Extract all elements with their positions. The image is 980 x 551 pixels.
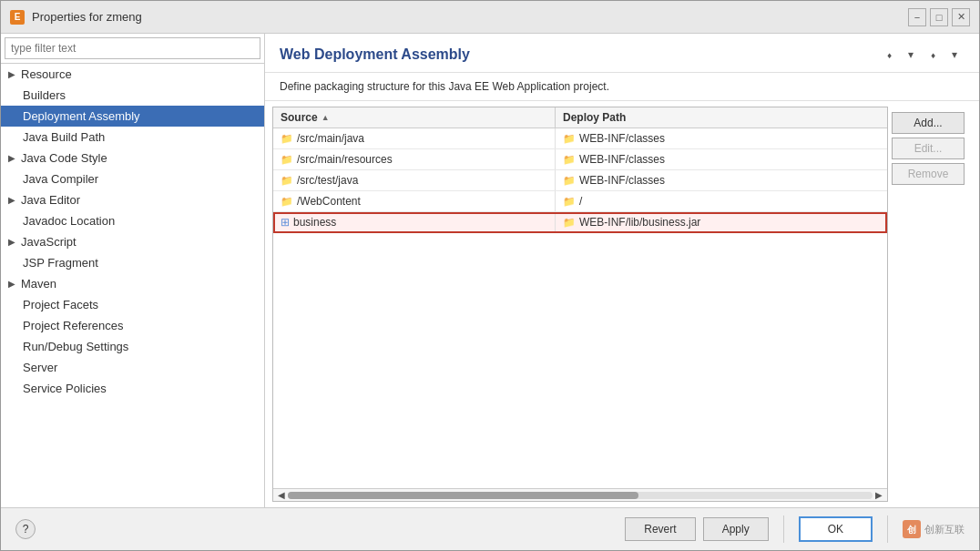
table-area: Source ▲ Deploy Path 📁/src/main/java📁WEB…: [265, 101, 979, 507]
sidebar-item-label: Deployment Assembly: [23, 109, 140, 123]
table-cell-deploy: 📁/: [556, 191, 887, 211]
scrollbar-track[interactable]: [288, 492, 873, 499]
side-buttons: Add... Edit... Remove: [888, 107, 972, 507]
sidebar-item-javadoc-location[interactable]: Javadoc Location: [1, 210, 264, 231]
main-content: ▶ResourceBuildersDeployment AssemblyJava…: [1, 34, 979, 507]
filter-input[interactable]: [5, 37, 260, 59]
sidebar-item-run-debug-settings[interactable]: Run/Debug Settings: [1, 336, 264, 357]
sidebar-item-server[interactable]: Server: [1, 357, 264, 378]
table-row[interactable]: 📁/src/test/java📁WEB-INF/classes: [273, 170, 887, 191]
expand-arrow-icon: ▶: [8, 69, 15, 79]
title-bar-controls: − □ ✕: [908, 8, 970, 26]
sidebar-item-resource[interactable]: ▶Resource: [1, 64, 264, 85]
expand-arrow-icon: ▶: [8, 237, 15, 247]
sidebar-item-project-references[interactable]: Project References: [1, 315, 264, 336]
right-title: Web Deployment Assembly: [280, 46, 470, 63]
add-button[interactable]: Add...: [892, 112, 965, 134]
sidebar-item-deployment-assembly[interactable]: Deployment Assembly: [1, 106, 264, 127]
watermark-icon: 创: [903, 520, 921, 538]
table-row[interactable]: ⊞business📁WEB-INF/lib/business.jar: [273, 212, 887, 233]
source-text: /src/main/java: [297, 132, 364, 145]
sort-arrow-icon: ▲: [322, 113, 330, 122]
sidebar-item-builders[interactable]: Builders: [1, 85, 264, 106]
edit-button[interactable]: Edit...: [892, 138, 965, 159]
table-cell-deploy: 📁WEB-INF/lib/business.jar: [556, 212, 887, 232]
folder-icon: ⊞: [281, 216, 290, 229]
deploy-folder-icon: 📁: [563, 175, 576, 187]
sidebar-item-service-policies[interactable]: Service Policies: [1, 378, 264, 399]
sidebar-item-label: Project Facets: [23, 298, 98, 311]
sidebar-item-label: Java Editor: [21, 193, 80, 207]
table-cell-source: 📁/src/main/java: [273, 128, 556, 148]
sidebar-item-project-facets[interactable]: Project Facets: [1, 294, 264, 315]
scroll-left-icon[interactable]: ◀: [275, 489, 288, 502]
col-header-source: Source ▲: [273, 107, 556, 128]
apply-button[interactable]: Apply: [703, 517, 769, 541]
toolbar-dropdown2-button[interactable]: ▾: [944, 45, 965, 65]
revert-button[interactable]: Revert: [625, 517, 695, 541]
sidebar-item-label: Java Code Style: [21, 151, 107, 165]
table-row[interactable]: 📁/src/main/resources📁WEB-INF/classes: [273, 149, 887, 170]
right-toolbar: ⬧ ▾ ⬧ ▾: [879, 45, 965, 65]
right-panel: Web Deployment Assembly ⬧ ▾ ⬧ ▾ Define p…: [265, 34, 979, 507]
table-header: Source ▲ Deploy Path: [273, 107, 887, 128]
window-title: Properties for zmeng: [32, 10, 142, 24]
scroll-right-icon[interactable]: ▶: [873, 489, 885, 502]
deploy-text: WEB-INF/classes: [579, 132, 665, 145]
sidebar-item-label: JavaScript: [21, 235, 77, 249]
sidebar-item-java-compiler[interactable]: Java Compiler: [1, 168, 264, 189]
sidebar-item-label: JSP Fragment: [23, 256, 98, 270]
toolbar-forward-button[interactable]: ⬧: [923, 45, 943, 65]
right-header: Web Deployment Assembly ⬧ ▾ ⬧ ▾: [265, 34, 979, 73]
sidebar-item-java-code-style[interactable]: ▶Java Code Style: [1, 148, 264, 168]
sidebar-item-label: Java Compiler: [23, 172, 98, 186]
remove-button[interactable]: Remove: [892, 163, 965, 185]
col-header-deploy: Deploy Path: [556, 107, 887, 128]
left-panel: ▶ResourceBuildersDeployment AssemblyJava…: [1, 34, 265, 507]
title-bar-left: E Properties for zmeng: [10, 10, 142, 25]
deploy-folder-icon: 📁: [563, 217, 576, 229]
filter-box: [1, 34, 264, 64]
svg-text:创: 创: [906, 525, 916, 535]
deploy-folder-icon: 📁: [563, 133, 576, 145]
source-text: business: [293, 216, 336, 229]
minimize-button[interactable]: −: [908, 8, 926, 26]
deploy-text: WEB-INF/lib/business.jar: [579, 216, 700, 229]
table-cell-source: 📁/src/test/java: [273, 170, 556, 190]
source-text: /src/test/java: [297, 174, 358, 187]
table-cell-deploy: 📁WEB-INF/classes: [556, 170, 887, 190]
toolbar-dropdown-button[interactable]: ▾: [901, 45, 921, 65]
sidebar-item-label: Maven: [21, 277, 56, 291]
deploy-folder-icon: 📁: [563, 154, 576, 166]
table-row[interactable]: 📁/WebContent📁/: [273, 191, 887, 212]
expand-arrow-icon: ▶: [8, 153, 15, 163]
description-text: Define packaging structure for this Java…: [265, 73, 979, 101]
bottom-bar: ? Revert Apply OK 创 创新互联: [1, 507, 979, 550]
table-cell-deploy: 📁WEB-INF/classes: [556, 149, 887, 169]
table-row[interactable]: 📁/src/main/java📁WEB-INF/classes: [273, 128, 887, 149]
nav-list: ▶ResourceBuildersDeployment AssemblyJava…: [1, 64, 264, 507]
table-cell-deploy: 📁WEB-INF/classes: [556, 128, 887, 148]
table-cell-source: 📁/WebContent: [273, 191, 556, 211]
deploy-text: /: [579, 195, 582, 208]
folder-icon: 📁: [281, 154, 293, 166]
folder-icon: 📁: [281, 175, 293, 187]
maximize-button[interactable]: □: [930, 8, 948, 26]
sidebar-item-jsp-fragment[interactable]: JSP Fragment: [1, 252, 264, 273]
source-text: /WebContent: [297, 195, 361, 208]
ok-button[interactable]: OK: [799, 516, 873, 542]
help-button[interactable]: ?: [15, 519, 36, 539]
sidebar-item-java-build-path[interactable]: Java Build Path: [1, 127, 264, 148]
sidebar-item-label: Project References: [23, 319, 124, 332]
watermark: 创 创新互联: [903, 520, 965, 538]
sidebar-item-javascript[interactable]: ▶JavaScript: [1, 231, 264, 252]
deploy-text: WEB-INF/classes: [579, 174, 665, 187]
sidebar-item-maven[interactable]: ▶Maven: [1, 273, 264, 294]
close-button[interactable]: ✕: [952, 8, 970, 26]
sidebar-item-java-editor[interactable]: ▶Java Editor: [1, 189, 264, 210]
toolbar-back-button[interactable]: ⬧: [879, 45, 899, 65]
sidebar-item-label: Resource: [21, 67, 72, 81]
watermark-text: 创新互联: [924, 523, 965, 536]
window-icon: E: [10, 10, 25, 25]
properties-window: E Properties for zmeng − □ ✕ ▶ResourceBu…: [0, 0, 980, 551]
